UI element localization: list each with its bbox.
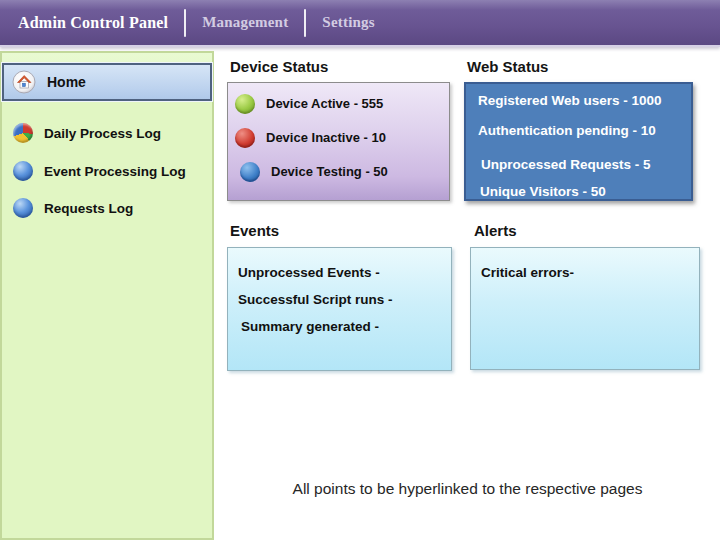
blue-status-dot-icon xyxy=(240,162,260,182)
alerts-header: Alerts xyxy=(474,222,517,239)
authentication-pending-link[interactable]: Authentication pending - 10 xyxy=(478,123,691,140)
blue-sphere-icon xyxy=(13,161,33,181)
alerts-panel: Critical errors- xyxy=(470,247,700,370)
unprocessed-requests-link[interactable]: Unprocessed Requests - 5 xyxy=(478,157,691,174)
events-panel: Unprocessed Events - Successful Script r… xyxy=(227,247,452,371)
device-status-panel: Device Active - 555 Device Inactive - 10… xyxy=(227,82,450,201)
events-header: Events xyxy=(230,222,279,239)
registered-web-users-link[interactable]: Registered Web users - 1000 xyxy=(478,93,691,110)
footer-note: All points to be hyperlinked to the resp… xyxy=(215,480,720,498)
unique-visitors-link[interactable]: Unique Visitors - 50 xyxy=(478,184,691,201)
device-testing-link[interactable]: Device Testing - 50 xyxy=(235,160,449,183)
sidebar-item-requests-log[interactable]: Requests Log xyxy=(13,196,133,220)
menu-divider xyxy=(184,9,186,37)
home-icon xyxy=(12,70,36,94)
device-status-header: Device Status xyxy=(230,58,328,75)
sidebar-item-daily-process-log[interactable]: Daily Process Log xyxy=(13,121,161,145)
web-status-header: Web Status xyxy=(467,58,548,75)
blue-sphere-icon xyxy=(13,198,33,218)
sidebar-item-label: Event Processing Log xyxy=(44,164,186,179)
sidebar-item-home[interactable]: Home xyxy=(2,63,212,101)
menu-divider xyxy=(304,9,306,37)
menu-item-settings[interactable]: Settings xyxy=(322,14,374,31)
app-title: Admin Control Panel xyxy=(18,14,168,32)
sidebar-item-label: Requests Log xyxy=(44,201,133,216)
green-status-dot-icon xyxy=(235,94,255,114)
successful-script-runs-link[interactable]: Successful Script runs - xyxy=(238,292,451,309)
sidebar-item-label: Home xyxy=(47,74,86,90)
device-active-link[interactable]: Device Active - 555 xyxy=(235,92,449,115)
summary-generated-link[interactable]: Summary generated - xyxy=(238,319,451,336)
admin-control-panel-screen: Admin Control Panel Management Settings xyxy=(0,0,720,540)
sidebar-item-label: Daily Process Log xyxy=(44,126,161,141)
red-status-dot-icon xyxy=(235,128,255,148)
pie-chart-icon xyxy=(13,123,33,143)
sidebar-item-event-processing-log[interactable]: Event Processing Log xyxy=(13,159,186,183)
unprocessed-events-link[interactable]: Unprocessed Events - xyxy=(238,265,451,282)
web-status-panel: Registered Web users - 1000 Authenticati… xyxy=(464,82,693,201)
critical-errors-link[interactable]: Critical errors- xyxy=(481,265,699,282)
device-inactive-link[interactable]: Device Inactive - 10 xyxy=(235,126,449,149)
menu-item-management[interactable]: Management xyxy=(202,14,288,31)
sidebar: Home Daily Process Log Event Processing … xyxy=(0,51,214,540)
top-navigation-bar: Admin Control Panel Management Settings xyxy=(0,0,720,47)
